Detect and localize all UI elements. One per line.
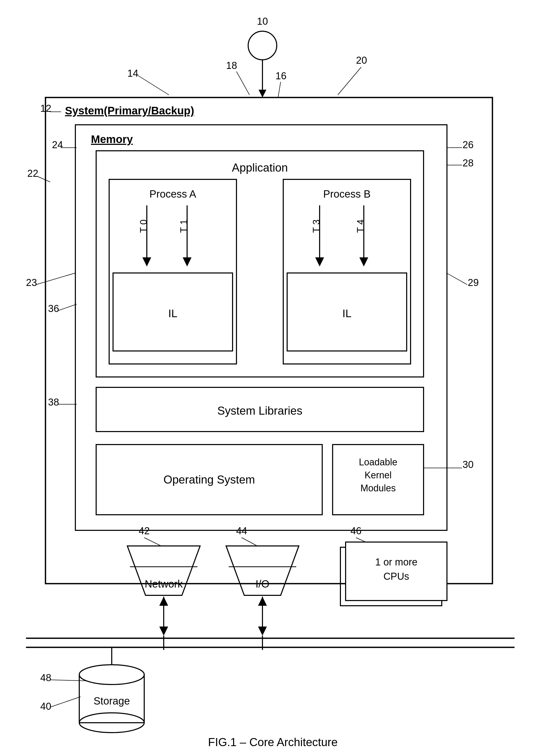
ref-44: 44 — [236, 525, 247, 536]
ref-20: 20 — [356, 55, 367, 66]
t0-label: T 0 — [138, 219, 149, 233]
system-label: System(Primary/Backup) — [65, 105, 194, 117]
ref-48: 48 — [40, 672, 51, 683]
lkm-label3: Modules — [360, 483, 396, 493]
ref-14: 14 — [127, 68, 138, 79]
svg-point-60 — [79, 665, 144, 685]
ref-36: 36 — [48, 303, 59, 314]
process-b-label: Process B — [323, 188, 370, 200]
ref-46: 46 — [350, 525, 361, 536]
ref-40: 40 — [40, 701, 51, 712]
cpus-label1: 1 or more — [375, 557, 418, 568]
process-a-label: Process A — [150, 188, 196, 200]
ref-42: 42 — [139, 525, 150, 536]
diagram: 10 14 18 16 20 System(Primary/Backup) 12… — [0, 0, 547, 756]
memory-label: Memory — [91, 133, 133, 145]
ref-29: 29 — [468, 277, 479, 288]
ref-18: 18 — [226, 60, 237, 71]
t3-label: T 3 — [311, 219, 322, 233]
fig-caption: FIG.1 – Core Architecture — [208, 736, 338, 748]
il-a-label: IL — [168, 307, 177, 320]
storage-label: Storage — [94, 695, 130, 707]
os-label: Operating System — [164, 473, 255, 486]
ref-16: 16 — [275, 70, 286, 81]
t1-label: T 1 — [179, 219, 189, 233]
il-b-label: IL — [342, 307, 351, 320]
network-label: Network — [145, 578, 183, 590]
ref-10: 10 — [257, 16, 268, 27]
ref-23: 23 — [26, 277, 37, 288]
ref-26: 26 — [462, 139, 473, 150]
t4-label: T 4 — [355, 219, 366, 233]
ref-12: 12 — [40, 103, 51, 114]
ref-22: 22 — [27, 168, 38, 179]
cpus-label2: CPUs — [383, 571, 409, 582]
lkm-label2: Kernel — [364, 470, 392, 480]
application-label: Application — [232, 161, 288, 174]
system-libraries-label: System Libraries — [217, 404, 302, 417]
ref-28: 28 — [462, 158, 473, 168]
ref-38: 38 — [48, 397, 59, 408]
io-label: I/O — [256, 578, 269, 590]
ref-24: 24 — [52, 139, 63, 150]
ref-30: 30 — [462, 459, 473, 470]
lkm-label: Loadable — [359, 457, 397, 467]
